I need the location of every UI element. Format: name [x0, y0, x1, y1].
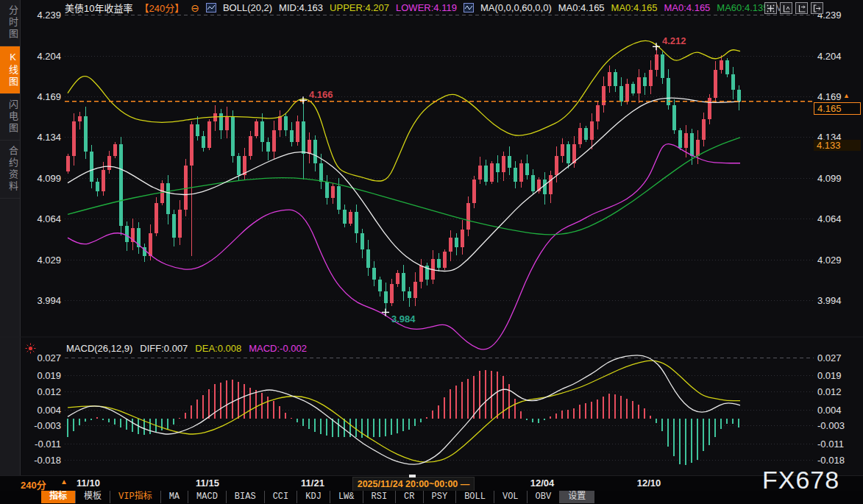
candle-body	[343, 210, 347, 224]
candle-body	[349, 212, 352, 224]
candle-body	[502, 156, 505, 172]
tab-BIAS[interactable]: BIAS	[227, 491, 265, 503]
candle-body	[90, 152, 93, 182]
watermark: FX678	[762, 466, 839, 494]
axis-tick-label: -0.003	[817, 420, 845, 431]
candle-body	[196, 124, 199, 136]
ma-chart-icon[interactable]	[464, 3, 474, 13]
candle-body	[278, 116, 282, 130]
candle-body	[602, 86, 605, 104]
candle-body	[449, 238, 452, 252]
candle-body	[519, 163, 523, 182]
candle-body	[584, 128, 588, 140]
candle-body	[372, 268, 376, 280]
candle-body	[720, 60, 723, 70]
candle-body	[661, 54, 664, 78]
axis-tick-label: 4.204	[817, 51, 842, 62]
timeframe-arrow-icon[interactable]: ▲	[60, 478, 68, 486]
candle-body	[178, 210, 182, 238]
tab-CR[interactable]: CR	[396, 491, 423, 503]
axis-tick-label: 4.064	[37, 213, 61, 224]
xaxis-date-label: 11/10	[71, 478, 106, 489]
pan-mode-button[interactable]	[764, 2, 777, 14]
tab-PSY[interactable]: PSY	[424, 491, 457, 503]
candle-body	[725, 60, 729, 74]
tab-模板[interactable]: 模板	[76, 491, 110, 503]
scale-x-axis-button[interactable]	[795, 2, 808, 14]
candle-body	[472, 180, 476, 203]
candle-body	[496, 163, 500, 173]
boll-chart-icon[interactable]	[206, 3, 216, 13]
candle-body	[125, 226, 129, 242]
tab-VOL[interactable]: VOL	[494, 491, 528, 503]
candle-body	[107, 156, 111, 170]
timeframe-label[interactable]: 240分	[21, 478, 46, 491]
tab-MA[interactable]: MA	[161, 491, 188, 503]
axis-tick-label: 3.994	[37, 295, 61, 306]
tab-LW&[interactable]: LW&	[330, 491, 363, 503]
crosshair-date-label: 2025/11/24 20:00~00:00 —	[358, 479, 470, 489]
crosshair-tick	[409, 475, 416, 478]
tab-MACD[interactable]: MACD	[188, 491, 227, 503]
candle-body	[219, 113, 223, 131]
tab-指标[interactable]: 指标	[41, 491, 76, 503]
candle-body	[378, 280, 382, 291]
popout-panel-button[interactable]	[811, 2, 823, 14]
candle-body	[390, 284, 394, 302]
candle-body	[731, 74, 735, 90]
candle-body	[396, 273, 399, 285]
candle-body	[207, 121, 211, 148]
ma-values-group: MA0:4.165MA0:4.165MA0:4.165MA60:4.135	[558, 2, 769, 13]
zoom-out-icon[interactable]: ⊖	[191, 4, 199, 13]
candlestick-chart[interactable]: 4.1664.2123.9844.2394.2394.2044.2044.169…	[0, 0, 863, 475]
candle-body	[166, 183, 170, 215]
period-tag[interactable]: 【240分】	[139, 1, 184, 15]
axis-tick-label: 4.064	[817, 213, 842, 224]
tab-VIP指标[interactable]: VIP指标	[110, 491, 161, 503]
candle-body	[402, 273, 405, 291]
candle-body	[649, 70, 653, 86]
candle-body	[361, 233, 364, 249]
candle-body	[119, 144, 123, 226]
candle-body	[190, 124, 193, 165]
candle-body	[696, 140, 700, 156]
candle-body	[437, 259, 441, 269]
candle-body	[366, 249, 370, 268]
ma-params-label: MA(0,0,0,60,0,0)	[480, 2, 552, 13]
tab-RSI[interactable]: RSI	[363, 491, 397, 503]
tab-OBV[interactable]: OBV	[528, 491, 561, 503]
ma-value: MA60:4.135	[717, 2, 768, 13]
candle-body	[337, 186, 341, 210]
candle-body	[319, 163, 323, 182]
candle-body	[484, 166, 488, 182]
macd-hist-value: MACD:-0.002	[249, 343, 307, 354]
axis-tick-label: -0.003	[34, 420, 61, 431]
candle-body	[461, 230, 464, 247]
tab-BOLL[interactable]: BOLL	[456, 491, 494, 503]
candle-body	[596, 105, 600, 121]
scale-y-axis-button[interactable]	[780, 2, 792, 14]
axis-tick-label: 0.012	[817, 386, 842, 397]
ma-value: MA0:4.165	[558, 2, 605, 13]
trading-app-window: 分时图K线图闪电图合约资料 美债10年收益率 【240分】 ⊖ BOLL(20,…	[0, 0, 863, 504]
candle-body	[672, 105, 676, 131]
xaxis-date-label: 11/21	[295, 478, 330, 489]
candle-body	[202, 136, 205, 148]
tab-CCI[interactable]: CCI	[265, 491, 298, 503]
price-annotation: 4.166	[309, 89, 333, 100]
tab-设置[interactable]: 设置	[560, 491, 594, 503]
indicator-tabbar: 指标模板VIP指标MAMACDBIASCCIKDJLW&RSICRPSYBOLL…	[0, 491, 863, 504]
tab-KDJ[interactable]: KDJ	[297, 491, 330, 503]
boll-lower-value: LOWER:4.119	[396, 2, 457, 13]
candle-body	[543, 180, 547, 195]
window-controls	[764, 2, 823, 14]
candle-body	[525, 163, 529, 175]
macd-diff-value: DIFF:0.007	[140, 343, 188, 354]
candle-body	[284, 116, 288, 130]
candle-body	[637, 77, 641, 93]
candle-body	[684, 133, 688, 149]
candle-body	[478, 166, 482, 180]
candle-body	[384, 291, 388, 303]
candle-body	[225, 116, 229, 130]
candle-body	[243, 156, 246, 174]
